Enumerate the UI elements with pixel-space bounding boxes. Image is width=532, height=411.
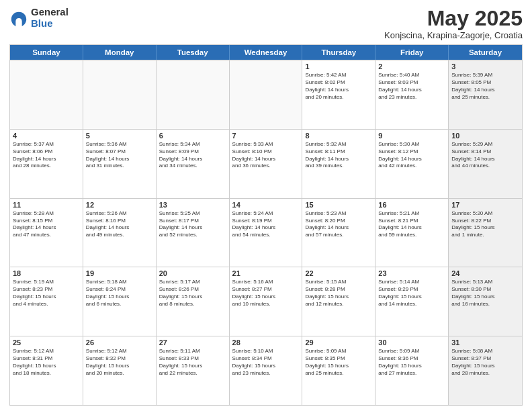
cell-text: Sunrise: 5:28 AM Sunset: 8:15 PM Dayligh…	[13, 210, 80, 239]
cal-cell-5-6: 30Sunrise: 5:09 AM Sunset: 8:36 PM Dayli…	[375, 336, 449, 405]
cal-cell-3-2: 12Sunrise: 5:26 AM Sunset: 8:16 PM Dayli…	[83, 199, 157, 267]
cell-text: Sunrise: 5:24 AM Sunset: 8:19 PM Dayligh…	[232, 210, 300, 239]
cell-text: Sunrise: 5:21 AM Sunset: 8:21 PM Dayligh…	[378, 210, 445, 239]
day-number: 3	[451, 62, 519, 71]
cal-cell-3-3: 13Sunrise: 5:25 AM Sunset: 8:17 PM Dayli…	[157, 199, 230, 267]
day-number: 28	[232, 338, 300, 347]
cell-text: Sunrise: 5:12 AM Sunset: 8:31 PM Dayligh…	[13, 348, 80, 377]
cal-cell-4-6: 23Sunrise: 5:14 AM Sunset: 8:29 PM Dayli…	[375, 267, 449, 336]
cell-text: Sunrise: 5:37 AM Sunset: 8:06 PM Dayligh…	[13, 141, 80, 170]
logo: General Blue	[9, 7, 69, 29]
cal-cell-4-1: 18Sunrise: 5:19 AM Sunset: 8:23 PM Dayli…	[10, 267, 83, 336]
cell-text: Sunrise: 5:14 AM Sunset: 8:29 PM Dayligh…	[378, 279, 445, 308]
day-number: 27	[159, 338, 226, 347]
cal-cell-5-3: 27Sunrise: 5:11 AM Sunset: 8:33 PM Dayli…	[157, 336, 230, 405]
day-number: 31	[451, 338, 519, 347]
cell-text: Sunrise: 5:19 AM Sunset: 8:23 PM Dayligh…	[13, 279, 80, 308]
cell-text: Sunrise: 5:23 AM Sunset: 8:20 PM Dayligh…	[305, 210, 372, 239]
cell-text: Sunrise: 5:09 AM Sunset: 8:35 PM Dayligh…	[305, 348, 372, 377]
cell-text: Sunrise: 5:13 AM Sunset: 8:30 PM Dayligh…	[451, 279, 519, 308]
cal-cell-1-4	[230, 60, 303, 129]
cal-cell-3-6: 16Sunrise: 5:21 AM Sunset: 8:21 PM Dayli…	[375, 199, 449, 267]
day-number: 18	[13, 269, 80, 277]
day-number: 22	[305, 269, 372, 277]
cal-cell-4-3: 20Sunrise: 5:17 AM Sunset: 8:26 PM Dayli…	[157, 267, 230, 336]
cell-text: Sunrise: 5:20 AM Sunset: 8:22 PM Dayligh…	[451, 210, 519, 239]
day-number: 16	[378, 201, 445, 209]
cal-cell-3-4: 14Sunrise: 5:24 AM Sunset: 8:19 PM Dayli…	[230, 199, 303, 267]
day-number: 21	[232, 269, 300, 277]
cal-cell-4-5: 22Sunrise: 5:15 AM Sunset: 8:28 PM Dayli…	[302, 267, 375, 336]
cell-text: Sunrise: 5:26 AM Sunset: 8:16 PM Dayligh…	[86, 210, 153, 239]
logo-icon	[9, 9, 28, 28]
day-number: 15	[305, 201, 372, 209]
calendar-body: 1Sunrise: 5:42 AM Sunset: 8:02 PM Daylig…	[10, 60, 522, 405]
cal-cell-1-2	[83, 60, 157, 129]
header: General Blue May 2025 Konjscina, Krapina…	[9, 7, 523, 40]
header-cell-tuesday: Tuesday	[157, 45, 230, 60]
week-row-5: 25Sunrise: 5:12 AM Sunset: 8:31 PM Dayli…	[10, 336, 522, 405]
calendar-header: SundayMondayTuesdayWednesdayThursdayFrid…	[10, 45, 522, 60]
day-number: 30	[378, 338, 445, 347]
cal-cell-4-7: 24Sunrise: 5:13 AM Sunset: 8:30 PM Dayli…	[449, 267, 522, 336]
day-number: 7	[232, 132, 300, 140]
cell-text: Sunrise: 5:30 AM Sunset: 8:12 PM Dayligh…	[378, 141, 445, 170]
cell-text: Sunrise: 5:29 AM Sunset: 8:14 PM Dayligh…	[451, 141, 519, 170]
cal-cell-5-7: 31Sunrise: 5:08 AM Sunset: 8:37 PM Dayli…	[449, 336, 522, 405]
day-number: 25	[13, 338, 80, 347]
cal-cell-5-1: 25Sunrise: 5:12 AM Sunset: 8:31 PM Dayli…	[10, 336, 83, 405]
day-number: 24	[451, 269, 519, 277]
cal-cell-1-7: 3Sunrise: 5:39 AM Sunset: 8:05 PM Daylig…	[449, 60, 522, 129]
day-number: 13	[159, 201, 226, 209]
cell-text: Sunrise: 5:42 AM Sunset: 8:02 PM Dayligh…	[305, 72, 372, 101]
main-title: May 2025	[384, 7, 523, 30]
cal-cell-5-4: 28Sunrise: 5:10 AM Sunset: 8:34 PM Dayli…	[230, 336, 303, 405]
cell-text: Sunrise: 5:15 AM Sunset: 8:28 PM Dayligh…	[305, 279, 372, 308]
day-number: 12	[86, 201, 153, 209]
cell-text: Sunrise: 5:17 AM Sunset: 8:26 PM Dayligh…	[159, 279, 226, 308]
cell-text: Sunrise: 5:39 AM Sunset: 8:05 PM Dayligh…	[451, 72, 519, 101]
day-number: 10	[451, 132, 519, 140]
cal-cell-3-1: 11Sunrise: 5:28 AM Sunset: 8:15 PM Dayli…	[10, 199, 83, 267]
day-number: 29	[305, 338, 372, 347]
week-row-2: 4Sunrise: 5:37 AM Sunset: 8:06 PM Daylig…	[10, 129, 522, 198]
header-cell-sunday: Sunday	[10, 45, 83, 60]
week-row-1: 1Sunrise: 5:42 AM Sunset: 8:02 PM Daylig…	[10, 60, 522, 129]
cell-text: Sunrise: 5:32 AM Sunset: 8:11 PM Dayligh…	[305, 141, 372, 170]
day-number: 26	[86, 338, 153, 347]
logo-text: General Blue	[31, 7, 69, 29]
cal-cell-1-1	[10, 60, 83, 129]
day-number: 2	[378, 62, 445, 71]
cal-cell-4-2: 19Sunrise: 5:18 AM Sunset: 8:24 PM Dayli…	[83, 267, 157, 336]
cell-text: Sunrise: 5:10 AM Sunset: 8:34 PM Dayligh…	[232, 348, 300, 377]
cell-text: Sunrise: 5:11 AM Sunset: 8:33 PM Dayligh…	[159, 348, 226, 377]
cal-cell-4-4: 21Sunrise: 5:16 AM Sunset: 8:27 PM Dayli…	[230, 267, 303, 336]
day-number: 11	[13, 201, 80, 209]
logo-general: General	[31, 7, 69, 18]
cell-text: Sunrise: 5:09 AM Sunset: 8:36 PM Dayligh…	[378, 348, 445, 377]
cal-cell-1-6: 2Sunrise: 5:40 AM Sunset: 8:03 PM Daylig…	[375, 60, 449, 129]
header-cell-monday: Monday	[83, 45, 157, 60]
cell-text: Sunrise: 5:40 AM Sunset: 8:03 PM Dayligh…	[378, 72, 445, 101]
cal-cell-2-1: 4Sunrise: 5:37 AM Sunset: 8:06 PM Daylig…	[10, 130, 83, 198]
cell-text: Sunrise: 5:12 AM Sunset: 8:32 PM Dayligh…	[86, 348, 153, 377]
cell-text: Sunrise: 5:16 AM Sunset: 8:27 PM Dayligh…	[232, 279, 300, 308]
header-cell-thursday: Thursday	[302, 45, 375, 60]
page: General Blue May 2025 Konjscina, Krapina…	[0, 0, 532, 411]
day-number: 6	[159, 132, 226, 140]
cell-text: Sunrise: 5:08 AM Sunset: 8:37 PM Dayligh…	[451, 348, 519, 377]
cal-cell-2-4: 7Sunrise: 5:33 AM Sunset: 8:10 PM Daylig…	[230, 130, 303, 198]
cal-cell-2-2: 5Sunrise: 5:36 AM Sunset: 8:07 PM Daylig…	[83, 130, 157, 198]
header-cell-saturday: Saturday	[449, 45, 522, 60]
cal-cell-3-7: 17Sunrise: 5:20 AM Sunset: 8:22 PM Dayli…	[449, 199, 522, 267]
cell-text: Sunrise: 5:34 AM Sunset: 8:09 PM Dayligh…	[159, 141, 226, 170]
header-cell-friday: Friday	[375, 45, 449, 60]
day-number: 1	[305, 62, 372, 71]
day-number: 20	[159, 269, 226, 277]
day-number: 4	[13, 132, 80, 140]
day-number: 5	[86, 132, 153, 140]
cal-cell-1-3	[157, 60, 230, 129]
day-number: 14	[232, 201, 300, 209]
title-block: May 2025 Konjscina, Krapina-Zagorje, Cro…	[384, 7, 523, 40]
cal-cell-5-5: 29Sunrise: 5:09 AM Sunset: 8:35 PM Dayli…	[302, 336, 375, 405]
